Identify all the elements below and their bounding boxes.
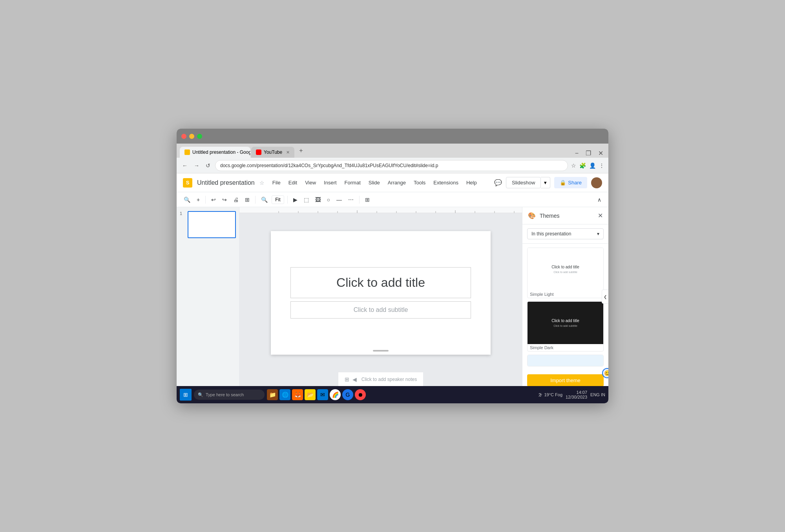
taskbar-right: 🌫 19°C Fog 14:07 12/30/2023 ENG IN [538,390,605,399]
taskbar-chrome-icon[interactable]: 🌈 [330,389,341,400]
theme-simple-light[interactable]: Click to add title Click to add subtitle… [527,248,604,298]
theme-dark-title-text: Click to add title [551,319,579,323]
collapse-panel-icon[interactable]: ◀ [352,376,357,383]
tab-youtube[interactable]: YouTube ✕ [251,147,294,158]
new-tab-button[interactable]: + [297,147,305,154]
shapes-button[interactable]: ○ [325,195,332,204]
tab-youtube-close-icon[interactable]: ✕ [286,150,290,155]
weather-text: 19°C Fog [544,392,562,397]
more-button[interactable]: ⋯ [346,195,356,204]
title-bar [177,129,608,144]
youtube-favicon-icon [256,149,261,155]
menu-tools[interactable]: Tools [411,178,429,187]
paint-format-button[interactable]: ⊞ [243,195,252,204]
theme-light-subtitle-text: Click to add subtitle [553,271,577,273]
print-button[interactable]: 🖨 [231,195,241,204]
tab-bar-right: − ❐ ✕ [573,149,605,158]
taskbar-edge-icon[interactable]: 🌐 [279,389,290,400]
taskbar-record-icon[interactable]: ⏺ [355,389,366,400]
taskbar-mail-icon[interactable]: ✉ [317,389,328,400]
toolbar-separator-2 [255,196,256,204]
slide-subtitle-text[interactable]: Click to add subtitle [354,306,408,313]
extensions-icon[interactable]: 🧩 [579,162,586,169]
taskbar-app2-icon[interactable]: G [342,389,353,400]
zoom-add-button[interactable]: + [194,195,202,204]
themes-panel-wrapper: 🎨 Themes ✕ In this presentation ▾ [522,207,608,386]
taskbar-firefox-icon[interactable]: 🦊 [292,389,303,400]
user-avatar[interactable] [591,177,602,188]
notes-placeholder[interactable]: Click to add speaker notes [361,377,417,382]
taskbar-file-icon[interactable]: 📁 [267,389,278,400]
slide-thumbnail[interactable] [188,211,236,238]
horizontal-ruler [239,207,522,213]
start-button[interactable]: ⊞ [180,389,192,401]
weather-icon: 🌫 [538,392,542,397]
themes-panel-title: Themes [540,213,594,219]
grid-view-icon[interactable]: ⊞ [345,376,349,383]
redo-button[interactable]: ↪ [220,195,229,204]
zoom-reset-button[interactable]: 🔍 [259,195,270,204]
menu-view[interactable]: View [302,178,319,187]
taskbar-date: 12/30/2023 [566,395,587,399]
fit-button[interactable]: Fit [272,195,284,204]
address-icons: ☆ 🧩 👤 ⋮ [571,162,604,169]
image-button[interactable]: 🖼 [313,195,323,204]
theme-simple-light-label: Simple Light [528,291,603,298]
text-box-button[interactable]: ⬚ [301,195,311,204]
menu-extensions[interactable]: Extensions [430,178,462,187]
menu-help[interactable]: Help [463,178,480,187]
maximize-window-btn[interactable] [197,134,202,139]
menu-file[interactable]: File [269,178,284,187]
menu-insert[interactable]: Insert [321,178,340,187]
menu-format[interactable]: Format [341,178,364,187]
minimize-button[interactable]: − [573,149,581,158]
collapse-themes-button[interactable]: ❮ [602,290,608,304]
zoom-in-button[interactable]: 🔍 [181,195,193,204]
tab-slides-label: Untitled presentation - Google [192,149,250,155]
theme-partial[interactable] [527,355,604,366]
bookmark-icon[interactable]: ☆ [571,162,576,169]
reload-button[interactable]: ↺ [204,161,212,170]
themes-dropdown-label: In this presentation [531,231,571,237]
tab-slides[interactable]: Untitled presentation - Google ✕ [180,147,250,158]
close-window-btn[interactable] [181,134,186,139]
close-browser-button[interactable]: ✕ [596,149,605,158]
theme-light-title-text: Click to add title [551,265,579,269]
slideshow-dropdown-button[interactable]: ▾ [541,177,550,188]
slide-1-container: 1 [180,211,236,238]
app-area: S Untitled presentation ☆ File Edit View… [177,173,608,386]
grid-button[interactable]: ⊞ [363,195,372,204]
slide-title-text[interactable]: Click to add title [336,275,425,290]
search-icon: 🔍 [198,392,203,397]
themes-panel: 🎨 Themes ✕ In this presentation ▾ [522,207,608,386]
profile-icon[interactable]: 👤 [589,162,596,169]
url-bar[interactable]: docs.google.com/presentation/d/12ka4COs_… [215,160,568,171]
back-button[interactable]: ← [181,161,189,170]
collapse-button[interactable]: ∧ [595,195,604,204]
minimize-window-btn[interactable] [189,134,194,139]
select-button[interactable]: ▶ [291,195,300,204]
line-button[interactable]: — [334,195,344,204]
menu-edit[interactable]: Edit [285,178,300,187]
canvas-area: Click to add title Click to add subtitle… [239,207,522,386]
undo-button[interactable]: ↩ [209,195,218,204]
slide-subtitle-area[interactable]: Click to add subtitle [290,301,471,319]
taskbar-search[interactable]: 🔍 Type here to search [194,390,265,400]
import-theme-button[interactable]: Import theme [527,374,604,386]
menu-arrange[interactable]: Arrange [385,178,409,187]
taskbar-weather: 🌫 19°C Fog [538,392,562,397]
menu-slide[interactable]: Slide [365,178,383,187]
forward-button[interactable]: → [192,161,201,170]
theme-simple-dark[interactable]: Click to add title Click to add subtitle… [527,301,604,352]
menu-icon[interactable]: ⋮ [599,162,604,169]
comment-icon[interactable]: 💬 [494,179,502,186]
themes-dropdown[interactable]: In this presentation ▾ [527,228,604,239]
slideshow-button[interactable]: Slideshow [506,177,541,188]
themes-close-button[interactable]: ✕ [598,212,603,219]
share-button[interactable]: 🔒 Share [554,177,587,188]
taskbar-clock: 14:07 12/30/2023 [566,390,587,399]
taskbar-explorer-icon[interactable]: 📂 [305,389,316,400]
star-icon[interactable]: ☆ [259,180,265,186]
restore-button[interactable]: ❐ [584,149,593,158]
slide-title-area[interactable]: Click to add title [290,267,471,298]
